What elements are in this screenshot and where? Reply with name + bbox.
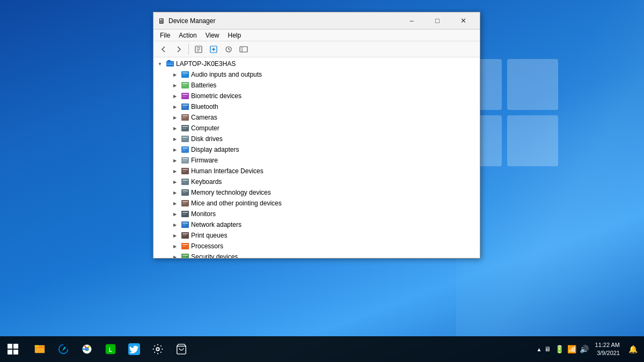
- svg-rect-30: [182, 117, 186, 118]
- svg-rect-41: [182, 158, 188, 159]
- tree-item-memory[interactable]: ▶ Memory technology devices: [153, 187, 480, 198]
- expand-arrow-display[interactable]: ▶: [171, 145, 179, 154]
- notification-button[interactable]: 🔔: [626, 345, 640, 353]
- toolbar-back[interactable]: [157, 43, 171, 56]
- menu-help[interactable]: Help: [224, 31, 246, 40]
- svg-rect-60: [182, 225, 186, 225]
- tree-item-computer[interactable]: ▶ Computer: [153, 123, 480, 134]
- label-computer: Computer: [191, 124, 219, 132]
- tree-item-disk[interactable]: ▶ Disk drives: [153, 134, 480, 144]
- tree-item-processors[interactable]: ▶ Processors: [153, 241, 480, 252]
- volume-icon[interactable]: 🔊: [580, 345, 589, 353]
- tree-root-item[interactable]: ▼ LAPTOP-JK0E3HAS: [153, 58, 480, 69]
- tree-item-network[interactable]: ▶ Network adapters: [153, 219, 480, 230]
- tree-item-security[interactable]: ▶ Security devices: [153, 252, 480, 258]
- svg-rect-54: [182, 203, 186, 204]
- label-display: Display adapters: [191, 146, 239, 153]
- tree-item-hid[interactable]: ▶ Human Interface Devices: [153, 166, 480, 176]
- label-batteries: Batteries: [191, 82, 216, 89]
- expand-arrow-hid[interactable]: ▶: [171, 167, 179, 175]
- maximize-button[interactable]: □: [425, 12, 450, 29]
- svg-rect-36: [182, 139, 186, 139]
- taskbar-settings[interactable]: [146, 337, 170, 361]
- expand-arrow-audio[interactable]: ▶: [171, 70, 179, 79]
- tree-item-biometric[interactable]: ▶ Biometric devices: [153, 91, 480, 101]
- toolbar-forward[interactable]: [172, 43, 186, 56]
- expand-arrow-cameras[interactable]: ▶: [171, 113, 179, 122]
- menu-action[interactable]: Action: [174, 31, 201, 40]
- battery-icon[interactable]: 🔋: [555, 345, 564, 353]
- expand-arrow-security[interactable]: ▶: [171, 253, 179, 258]
- taskbar-line[interactable]: L: [99, 337, 122, 361]
- expand-arrow-bluetooth[interactable]: ▶: [171, 102, 179, 111]
- taskbar-chrome[interactable]: [75, 337, 99, 361]
- svg-rect-14: [167, 63, 173, 63]
- expand-arrow-processors[interactable]: ▶: [171, 242, 179, 250]
- svg-rect-32: [182, 126, 188, 127]
- toolbar-update-driver[interactable]: [207, 43, 221, 56]
- menu-file[interactable]: File: [156, 31, 174, 40]
- svg-rect-18: [182, 75, 186, 75]
- taskbar-twitter[interactable]: [122, 337, 146, 361]
- taskbar-items: L: [26, 337, 530, 361]
- svg-rect-20: [182, 83, 188, 84]
- toolbar-view[interactable]: [237, 43, 251, 56]
- taskbar-file-explorer[interactable]: [28, 337, 52, 361]
- icon-memory: [181, 188, 189, 197]
- label-hid: Human Interface Devices: [191, 167, 264, 175]
- tree-item-mice[interactable]: ▶ Mice and other pointing devices: [153, 198, 480, 209]
- label-biometric: Biometric devices: [191, 92, 241, 100]
- svg-rect-39: [182, 150, 186, 150]
- svg-rect-33: [182, 128, 186, 129]
- svg-rect-23: [182, 94, 188, 95]
- menu-view[interactable]: View: [201, 31, 224, 40]
- expand-arrow-computer[interactable]: ▶: [171, 124, 179, 132]
- expand-arrow-biometric[interactable]: ▶: [171, 92, 179, 100]
- tree-item-batteries[interactable]: ▶ Batteries: [153, 80, 480, 91]
- root-collapse-arrow[interactable]: ▼: [156, 60, 164, 68]
- expand-arrow-keyboards[interactable]: ▶: [171, 178, 179, 186]
- svg-rect-59: [182, 223, 188, 224]
- tree-item-cameras[interactable]: ▶ Cameras: [153, 112, 480, 123]
- expand-arrow-print[interactable]: ▶: [171, 231, 179, 240]
- label-memory: Memory technology devices: [191, 189, 271, 196]
- expand-arrow-monitors[interactable]: ▶: [171, 210, 179, 218]
- tree-item-keyboards[interactable]: ▶ Keyboards: [153, 176, 480, 187]
- tree-item-firmware[interactable]: ▶ Firmware: [153, 155, 480, 166]
- svg-rect-50: [182, 190, 188, 191]
- expand-arrow-mice[interactable]: ▶: [171, 199, 179, 208]
- icon-cameras: [181, 113, 189, 122]
- taskbar-clock[interactable]: 11:22 AM 3/9/2021: [591, 341, 624, 358]
- tree-item-print[interactable]: ▶ Print queues: [153, 230, 480, 241]
- device-tree[interactable]: ▼ LAPTOP-JK0E3HAS ▶ Audio inputs and out…: [153, 57, 480, 258]
- taskbar-store[interactable]: [170, 337, 193, 361]
- expand-arrow-network[interactable]: ▶: [171, 220, 179, 229]
- start-button[interactable]: [0, 336, 26, 362]
- show-hidden-icons[interactable]: ▲: [537, 346, 542, 352]
- label-monitors: Monitors: [191, 210, 216, 218]
- taskbar: L ▲: [0, 336, 644, 362]
- toolbar-scan[interactable]: [222, 43, 236, 56]
- icon-print: [181, 231, 189, 240]
- icon-batteries: [181, 81, 189, 90]
- svg-rect-27: [182, 107, 186, 107]
- svg-rect-92: [13, 344, 18, 349]
- taskbar-edge[interactable]: [52, 337, 75, 361]
- expand-arrow-disk[interactable]: ▶: [171, 135, 179, 143]
- tree-item-display[interactable]: ▶ Display adapters: [153, 144, 480, 155]
- icon-security: [181, 253, 189, 258]
- minimize-button[interactable]: –: [399, 12, 424, 29]
- tree-item-monitors[interactable]: ▶ Monitors: [153, 209, 480, 219]
- label-disk: Disk drives: [191, 135, 223, 143]
- tree-item-bluetooth[interactable]: ▶ Bluetooth: [153, 101, 480, 112]
- close-button[interactable]: ✕: [451, 12, 475, 29]
- tree-item-audio[interactable]: ▶ Audio inputs and outputs: [153, 69, 480, 80]
- expand-arrow-batteries[interactable]: ▶: [171, 81, 179, 90]
- network-icon[interactable]: 📶: [567, 345, 576, 353]
- icon-network: [181, 220, 189, 229]
- expand-arrow-memory[interactable]: ▶: [171, 188, 179, 197]
- expand-arrow-firmware[interactable]: ▶: [171, 156, 179, 165]
- svg-rect-91: [8, 344, 12, 349]
- toolbar-properties[interactable]: [192, 43, 206, 56]
- svg-rect-35: [182, 137, 188, 138]
